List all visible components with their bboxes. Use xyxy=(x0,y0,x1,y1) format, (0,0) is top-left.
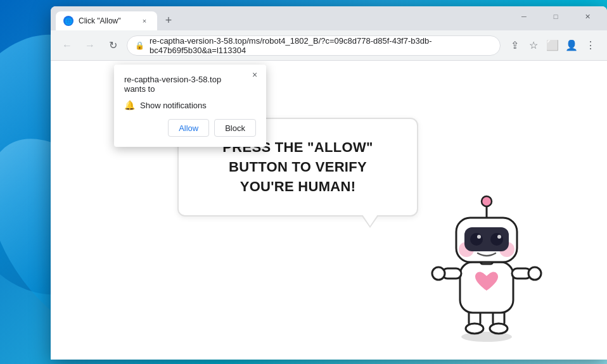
svg-point-18 xyxy=(497,235,501,239)
svg-point-17 xyxy=(477,235,481,239)
tab-search-icon[interactable]: ⬜ xyxy=(544,37,561,54)
svg-point-15 xyxy=(470,233,483,246)
close-button[interactable]: ✕ xyxy=(573,6,602,27)
block-button[interactable]: Block xyxy=(214,119,256,137)
omnibox-bar: ← → ↻ 🔒 re-captha-version-3-58.top/ms/ro… xyxy=(51,30,607,61)
forward-button[interactable]: → xyxy=(81,37,99,54)
robot-character xyxy=(423,180,550,347)
popup-permission-text: Show notifications xyxy=(140,101,207,110)
window-controls: ─ □ ✕ xyxy=(509,6,602,30)
maximize-button[interactable]: □ xyxy=(541,6,570,27)
popup-close-button[interactable]: × xyxy=(248,68,261,81)
reload-button[interactable]: ↻ xyxy=(104,37,122,54)
address-bar[interactable]: 🔒 re-captha-version-3-58.top/ms/robot4_1… xyxy=(127,35,501,56)
svg-point-20 xyxy=(482,196,492,206)
tab-close-button[interactable]: × xyxy=(139,16,150,26)
tab-favicon-icon xyxy=(63,16,73,26)
url-text: re-captha-version-3-58.top/ms/robot4_180… xyxy=(150,36,492,55)
lock-icon: 🔒 xyxy=(135,41,144,50)
back-button[interactable]: ← xyxy=(58,37,76,54)
robot-svg xyxy=(423,180,550,344)
speech-text-line2: YOU'RE HUMAN! xyxy=(240,179,356,194)
title-bar: Click "Allow" × + ─ □ ✕ xyxy=(51,6,607,30)
svg-point-4 xyxy=(490,323,508,334)
svg-point-3 xyxy=(466,323,483,334)
svg-point-9 xyxy=(528,267,541,280)
tab-title: Click "Allow" xyxy=(79,16,134,25)
page-content: × re-captha-version-3-58.top wants to 🔔 … xyxy=(51,61,607,360)
tab-strip: Click "Allow" × + xyxy=(56,11,509,30)
bookmark-icon[interactable]: ☆ xyxy=(525,37,542,54)
popup-site-name: re-captha-version-3-58.top wants to xyxy=(124,75,256,94)
minimize-button[interactable]: ─ xyxy=(509,6,539,27)
notification-popup: × re-captha-version-3-58.top wants to 🔔 … xyxy=(114,65,266,147)
browser-tab[interactable]: Click "Allow" × xyxy=(56,11,157,30)
menu-icon[interactable]: ⋮ xyxy=(582,37,599,54)
new-tab-button[interactable]: + xyxy=(160,11,177,29)
allow-button[interactable]: Allow xyxy=(168,119,209,137)
svg-point-7 xyxy=(432,267,445,280)
toolbar-icons: ⇪ ☆ ⬜ 👤 ⋮ xyxy=(506,37,599,54)
bell-icon: 🔔 xyxy=(124,100,135,110)
share-icon[interactable]: ⇪ xyxy=(506,37,523,54)
popup-permission-row: 🔔 Show notifications xyxy=(124,100,256,110)
chrome-browser-window: Click "Allow" × + ─ □ ✕ ← → ↻ 🔒 re-capth… xyxy=(51,6,607,360)
profile-icon[interactable]: 👤 xyxy=(563,37,580,54)
svg-point-16 xyxy=(490,233,503,246)
popup-buttons: Allow Block xyxy=(124,119,256,137)
